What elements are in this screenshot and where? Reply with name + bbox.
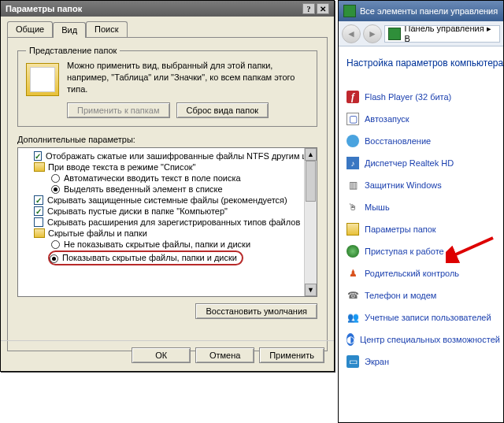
close-icon[interactable]: ✕	[317, 3, 329, 14]
cp-item-auto[interactable]: ▢Автозапуск	[346, 113, 498, 125]
scroll-up-icon[interactable]: ▲	[305, 148, 317, 161]
apply-button[interactable]: Применить	[259, 347, 324, 363]
tree-scrollbar[interactable]: ▲ ▼	[304, 148, 317, 296]
tree-node-label: Скрывать защищенные системные файлы (рек…	[47, 195, 287, 205]
tree-node-label: Автоматически вводить текст в поле поиск…	[64, 173, 241, 183]
folder-icon	[34, 162, 45, 172]
cp-item-realtek[interactable]: ♪Диспетчер Realtek HD	[346, 157, 498, 169]
ok-button[interactable]: ОК	[132, 347, 191, 363]
cp-item-label: Диспетчер Realtek HD	[365, 158, 454, 168]
advanced-settings-tree[interactable]: ✓Отображать сжатые или зашифрованные фай…	[17, 147, 317, 297]
tab-search[interactable]: Поиск	[86, 21, 127, 37]
folder-options-dialog: Параметры папок ? ✕ Общие Вид Поиск Пред…	[0, 0, 335, 372]
tree-node[interactable]: Выделять введенный элемент в списке	[20, 184, 315, 195]
tree-node-label: Не показывать скрытые файлы, папки и дис…	[64, 239, 250, 249]
highlighted-option: Показывать скрытые файлы, папки и диски	[48, 250, 243, 265]
cp-item-label: Экран	[365, 357, 389, 366]
checkbox-icon[interactable]: ✓	[34, 206, 43, 216]
cp-item-label: Телефон и модем	[365, 291, 436, 300]
scroll-down-icon[interactable]: ▼	[305, 284, 317, 296]
reset-folders-button[interactable]: Сброс вида папок	[176, 102, 269, 118]
scroll-thumb[interactable]	[306, 161, 316, 202]
tree-node[interactable]: ✓Скрывать пустые диски в папке "Компьюте…	[20, 206, 315, 217]
address-bar[interactable]: Панель управления ▸ В	[384, 25, 500, 43]
tree-node-label: Отображать сжатые или зашифрованные файл…	[46, 151, 317, 161]
cp-item-screen[interactable]: ▭Экран	[346, 355, 498, 368]
tree-node-label: При вводе текста в режиме "Список"	[48, 162, 195, 172]
checkbox-icon[interactable]: ✓	[34, 195, 43, 205]
cp-item-label: Автозапуск	[365, 114, 410, 124]
radio-icon[interactable]	[51, 240, 60, 249]
realtek-icon: ♪	[346, 157, 359, 169]
cp-item-rec[interactable]: Восстановление	[346, 135, 498, 147]
cancel-button[interactable]: Отмена	[195, 347, 254, 363]
cp-item-label: Мышь	[365, 202, 390, 212]
group-legend: Представление папок	[26, 46, 120, 55]
radio-icon[interactable]	[51, 174, 60, 183]
dialog-button-row: ОК Отмена Применить	[1, 340, 334, 371]
cp-item-def[interactable]: ▥Защитник Windows	[346, 179, 498, 191]
parent-icon: ♟	[346, 267, 359, 280]
cp-item-phone[interactable]: ☎Телефон и модем	[346, 289, 498, 302]
radio-icon[interactable]	[51, 185, 60, 194]
start-icon	[346, 245, 359, 258]
checkbox-icon[interactable]	[34, 217, 43, 227]
cp-titlebar[interactable]: Все элементы панели управления	[339, 1, 503, 21]
nav-forward-icon[interactable]: ►	[363, 24, 382, 43]
cp-item-label: Защитник Windows	[365, 180, 442, 190]
cp-item-start[interactable]: Приступая к работе	[346, 245, 498, 258]
mouse-icon: 🖱	[346, 201, 359, 213]
def-icon: ▥	[346, 179, 359, 191]
dialog-titlebar[interactable]: Параметры папок ? ✕	[1, 1, 334, 17]
folder-icon	[34, 228, 45, 238]
cp-item-users[interactable]: 👥Учетные записи пользователей	[346, 311, 498, 324]
help-icon[interactable]: ?	[302, 3, 315, 14]
cp-toolbar: ◄ ► Панель управления ▸ В	[339, 21, 503, 46]
rec-icon	[346, 135, 359, 147]
cp-item-folder2[interactable]: Параметры папок	[346, 223, 498, 236]
tree-node-label: Показывать скрытые файлы, папки и диски	[62, 253, 237, 262]
tree-node[interactable]: Скрывать расширения для зарегистрированн…	[20, 217, 315, 228]
auto-icon: ▢	[346, 113, 359, 125]
tree-node-label: Выделять введенный элемент в списке	[64, 184, 223, 194]
tab-page-view: Представление папок Можно применить вид,…	[7, 38, 328, 351]
tree-node[interactable]: Не показывать скрытые файлы, папки и дис…	[20, 239, 315, 250]
control-panel-window: Все элементы панели управления ◄ ► Панел…	[338, 0, 504, 423]
control-panel-icon	[343, 5, 356, 17]
cp-item-label: Flash Player (32 бита)	[365, 92, 451, 102]
tree-node-label: Скрытые файлы и папки	[48, 228, 147, 238]
tree-node[interactable]: ✓Скрывать защищенные системные файлы (ре…	[20, 195, 315, 206]
tree-node[interactable]: При вводе текста в режиме "Список"	[20, 161, 315, 173]
cp-item-mouse[interactable]: 🖱Мышь	[346, 201, 498, 213]
dialog-title: Параметры папок	[6, 4, 301, 13]
cp-title: Все элементы панели управления	[360, 6, 498, 16]
cp-body: Настройка параметров компьютера fFlash P…	[339, 46, 503, 368]
tab-general[interactable]: Общие	[7, 21, 53, 37]
tab-view[interactable]: Вид	[53, 22, 86, 38]
nav-back-icon[interactable]: ◄	[342, 24, 361, 43]
tab-container: Общие Вид Поиск Представление папок Можн…	[1, 17, 334, 351]
cp-item-label: Родительский контроль	[365, 269, 459, 278]
cp-item-label: Приступая к работе	[365, 247, 444, 256]
tree-node-label: Скрывать пустые диски в папке "Компьютер…	[47, 206, 228, 216]
cp-item-label: Центр специальных возможностей	[360, 335, 500, 344]
folder2-icon	[346, 223, 359, 236]
phone-icon: ☎	[346, 289, 359, 302]
restore-defaults-button[interactable]: Восстановить умолчания	[195, 303, 317, 319]
cp-item-label: Восстановление	[365, 136, 431, 146]
cp-item-parent[interactable]: ♟Родительский контроль	[346, 267, 498, 280]
tree-node[interactable]: Скрытые файлы и папки	[20, 228, 315, 239]
users-icon: 👥	[346, 311, 359, 324]
cp-item-access[interactable]: ◐Центр специальных возможностей	[346, 333, 498, 346]
access-icon: ◐	[346, 333, 354, 346]
cp-heading: Настройка параметров компьютера	[346, 58, 498, 69]
apply-to-folders-button[interactable]: Применить к папкам	[67, 102, 170, 118]
tree-node[interactable]: ✓Отображать сжатые или зашифрованные фай…	[20, 150, 315, 161]
tree-node[interactable]: Показывать скрытые файлы, папки и диски	[20, 250, 315, 266]
cp-item-flash[interactable]: fFlash Player (32 бита)	[346, 91, 498, 103]
folder-icon	[26, 63, 59, 96]
flash-icon: f	[346, 91, 359, 103]
radio-icon[interactable]	[50, 254, 58, 263]
tree-node[interactable]: Автоматически вводить текст в поле поиск…	[20, 173, 315, 184]
checkbox-icon[interactable]: ✓	[34, 151, 42, 161]
